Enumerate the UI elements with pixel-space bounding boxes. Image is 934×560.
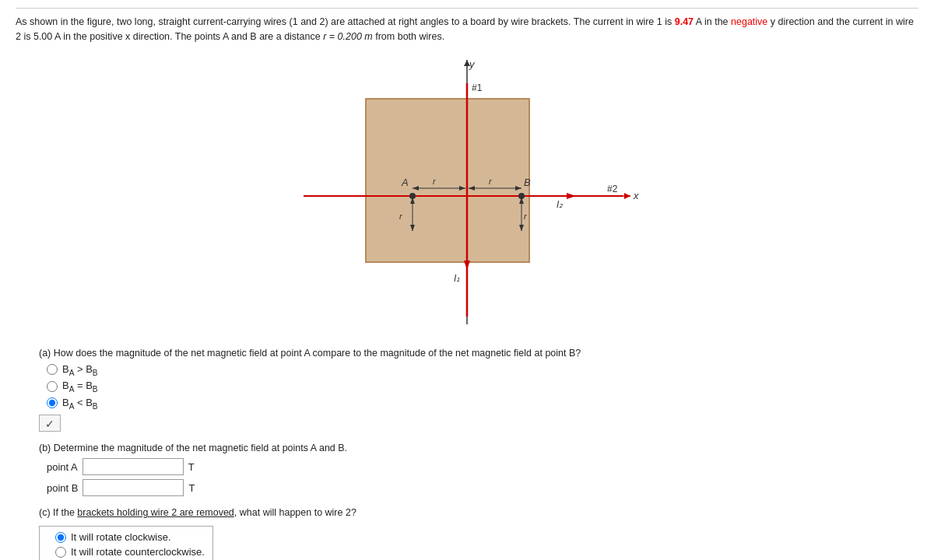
part-c-label: (c) If the brackets holding wire 2 are r… (39, 507, 918, 518)
part-c-options: It will rotate clockwise. It will rotate… (55, 531, 205, 560)
diagram-figure: y x #1 #2 A B (280, 52, 654, 332)
svg-text:I₁: I₁ (454, 273, 460, 284)
problem-text-part1: As shown in the figure, two long, straig… (16, 16, 675, 27)
part-c-option-2-text: It will rotate counterclockwise. (71, 546, 205, 558)
svg-marker-2 (624, 193, 630, 199)
part-c-radio-2[interactable] (55, 547, 66, 558)
part-a-radio-3[interactable] (47, 397, 58, 408)
part-c-radio-1[interactable] (55, 532, 66, 543)
part-a-option-3[interactable]: BA < BB (47, 397, 918, 411)
problem-text-part2: A in the (693, 16, 731, 27)
svg-text:#2: #2 (607, 184, 618, 194)
point-a-label: point A (47, 461, 78, 473)
point-b-unit: T (188, 482, 195, 494)
svg-text:B: B (524, 177, 531, 188)
part-a-option-1[interactable]: BA > BB (47, 363, 918, 377)
svg-text:x: x (633, 190, 639, 201)
part-c-option-2[interactable]: It will rotate counterclockwise. (55, 546, 205, 558)
problem-statement: As shown in the figure, two long, straig… (16, 8, 918, 44)
point-a-input[interactable] (83, 458, 184, 475)
part-a-option-1-text: BA > BB (62, 363, 98, 377)
diagram-area: y x #1 #2 A B (16, 52, 918, 332)
point-b-label: point B (47, 482, 78, 494)
part-c-options-box: It will rotate clockwise. It will rotate… (39, 526, 213, 560)
part-a-section: (a) How does the magnitude of the net ma… (39, 348, 918, 432)
part-c-label-text: (c) If the brackets holding wire 2 are r… (39, 507, 356, 518)
point-b-row: point B T (47, 479, 918, 496)
part-c-option-1[interactable]: It will rotate clockwise. (55, 531, 205, 543)
part-a-options: BA > BB BA = BB BA < BB (47, 363, 918, 411)
part-a-label: (a) How does the magnitude of the net ma… (39, 348, 918, 359)
svg-text:y: y (469, 58, 476, 70)
problem-text-part4: from both wires. (373, 31, 444, 42)
svg-marker-10 (567, 193, 576, 199)
part-a-option-2-text: BA = BB (62, 380, 98, 394)
part-b-label: (b) Determine the magnitude of the net m… (39, 443, 918, 453)
part-a-radio-1[interactable] (47, 364, 58, 375)
part-a-option-2[interactable]: BA = BB (47, 380, 918, 394)
point-b-input[interactable] (83, 479, 184, 496)
svg-rect-0 (366, 99, 529, 262)
check-button-a[interactable]: ✓ (39, 415, 61, 432)
svg-marker-8 (464, 261, 470, 270)
point-a-row: point A T (47, 458, 918, 475)
part-a-option-3-text: BA < BB (62, 397, 98, 411)
svg-text:#1: #1 (472, 82, 483, 93)
r-equation: r = 0.200 m (323, 31, 373, 42)
part-c-section: (c) If the brackets holding wire 2 are r… (39, 507, 918, 560)
point-a-unit: T (188, 461, 195, 473)
svg-text:A: A (401, 177, 409, 188)
svg-text:I₂: I₂ (557, 199, 564, 210)
part-b-section: (b) Determine the magnitude of the net m… (39, 443, 918, 496)
current1-value: 9.47 (675, 16, 693, 27)
negative-word: negative (731, 16, 767, 27)
part-a-radio-2[interactable] (47, 381, 58, 392)
part-c-option-1-text: It will rotate clockwise. (71, 531, 171, 543)
